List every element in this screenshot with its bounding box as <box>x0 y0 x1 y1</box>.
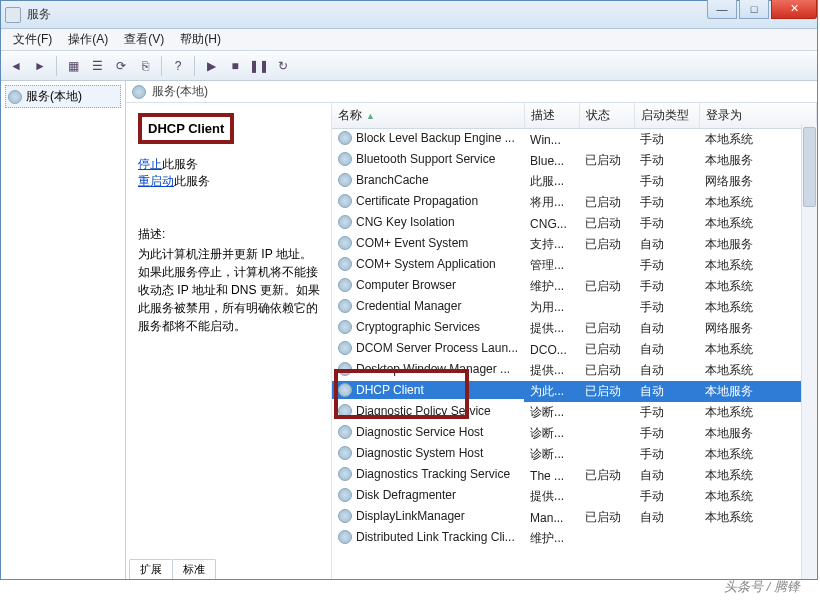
menu-action[interactable]: 操作(A) <box>60 29 116 50</box>
service-status: 已启动 <box>579 234 634 255</box>
stop-button[interactable]: ■ <box>224 55 246 77</box>
split-view: DHCP Client 停止此服务 重启动此服务 描述: 为此计算机注册并更新 … <box>126 103 817 579</box>
service-desc: 提供... <box>524 318 579 339</box>
col-logon[interactable]: 登录为 <box>699 103 816 129</box>
gear-icon <box>338 299 352 313</box>
col-status[interactable]: 状态 <box>579 103 634 129</box>
menu-file[interactable]: 文件(F) <box>5 29 60 50</box>
tab-standard[interactable]: 标准 <box>172 559 216 579</box>
service-name: BranchCache <box>356 173 429 187</box>
properties-button[interactable]: ☰ <box>86 55 108 77</box>
right-pane-title: 服务(本地) <box>152 83 208 100</box>
service-status <box>579 297 634 318</box>
table-row[interactable]: BranchCache此服...手动网络服务 <box>332 171 817 192</box>
table-row[interactable]: DCOM Server Process Laun...DCO...已启动自动本地… <box>332 339 817 360</box>
menu-view[interactable]: 查看(V) <box>116 29 172 50</box>
service-name: Computer Browser <box>356 278 456 292</box>
table-row[interactable]: Disk Defragmenter提供...手动本地系统 <box>332 486 817 507</box>
service-desc: 将用... <box>524 192 579 213</box>
start-button[interactable]: ▶ <box>200 55 222 77</box>
service-startup: 手动 <box>634 444 699 465</box>
col-desc[interactable]: 描述 <box>524 103 579 129</box>
help-button[interactable]: ? <box>167 55 189 77</box>
service-startup: 手动 <box>634 213 699 234</box>
table-row[interactable]: Credential Manager为用...手动本地系统 <box>332 297 817 318</box>
table-row[interactable]: Cryptographic Services提供...已启动自动网络服务 <box>332 318 817 339</box>
service-startup: 自动 <box>634 234 699 255</box>
services-window: 服务 — □ ✕ 文件(F) 操作(A) 查看(V) 帮助(H) ◄ ► ▦ ☰… <box>0 0 818 580</box>
export-button[interactable]: ⎘ <box>134 55 156 77</box>
gear-icon <box>338 278 352 292</box>
service-status <box>579 528 634 549</box>
table-row[interactable]: DHCP Client为此...已启动自动本地服务 <box>332 381 817 402</box>
separator <box>161 56 162 76</box>
table-row[interactable]: Diagnostic Service Host诊断...手动本地服务 <box>332 423 817 444</box>
service-desc: 诊断... <box>524 423 579 444</box>
scrollbar[interactable] <box>801 125 817 579</box>
table-row[interactable]: Certificate Propagation将用...已启动手动本地系统 <box>332 192 817 213</box>
service-actions: 停止此服务 重启动此服务 <box>138 156 323 190</box>
pause-button[interactable]: ❚❚ <box>248 55 270 77</box>
show-hide-tree-button[interactable]: ▦ <box>62 55 84 77</box>
right-pane-header: 服务(本地) <box>126 81 817 103</box>
table-row[interactable]: CNG Key IsolationCNG...已启动手动本地系统 <box>332 213 817 234</box>
toolbar: ◄ ► ▦ ☰ ⟳ ⎘ ? ▶ ■ ❚❚ ↻ <box>1 51 817 81</box>
table-row[interactable]: COM+ System Application管理...手动本地系统 <box>332 255 817 276</box>
service-name: DCOM Server Process Laun... <box>356 341 518 355</box>
description-text: 为此计算机注册并更新 IP 地址。如果此服务停止，计算机将不能接收动态 IP 地… <box>138 245 323 335</box>
maximize-button[interactable]: □ <box>739 0 769 19</box>
table-row[interactable]: Desktop Window Manager ...提供...已启动自动本地系统 <box>332 360 817 381</box>
services-table-wrap[interactable]: 名称▲ 描述 状态 启动类型 登录为 Block Level Backup En… <box>331 103 817 579</box>
services-table: 名称▲ 描述 状态 启动类型 登录为 Block Level Backup En… <box>332 103 817 549</box>
table-row[interactable]: Block Level Backup Engine ...Win...手动本地系… <box>332 129 817 151</box>
service-logon: 本地服务 <box>699 381 816 402</box>
table-row[interactable]: Bluetooth Support ServiceBlue...已启动手动本地服… <box>332 150 817 171</box>
restart-button[interactable]: ↻ <box>272 55 294 77</box>
minimize-button[interactable]: — <box>707 0 737 19</box>
gear-icon <box>338 425 352 439</box>
table-row[interactable]: Diagnostic Policy Service诊断...手动本地系统 <box>332 402 817 423</box>
titlebar[interactable]: 服务 — □ ✕ <box>1 1 817 29</box>
window-title: 服务 <box>27 6 51 23</box>
table-row[interactable]: Diagnostics Tracking ServiceThe ...已启动自动… <box>332 465 817 486</box>
service-startup: 手动 <box>634 171 699 192</box>
menu-help[interactable]: 帮助(H) <box>172 29 229 50</box>
table-row[interactable]: Distributed Link Tracking Cli...维护... <box>332 528 817 549</box>
restart-link[interactable]: 重启动 <box>138 174 174 188</box>
col-startup[interactable]: 启动类型 <box>634 103 699 129</box>
service-logon: 本地系统 <box>699 192 816 213</box>
service-name: Diagnostic Policy Service <box>356 404 491 418</box>
stop-link[interactable]: 停止 <box>138 157 162 171</box>
service-logon <box>699 528 816 549</box>
service-startup: 手动 <box>634 402 699 423</box>
menubar: 文件(F) 操作(A) 查看(V) 帮助(H) <box>1 29 817 51</box>
scrollbar-thumb[interactable] <box>803 127 816 207</box>
service-name: COM+ System Application <box>356 257 496 271</box>
table-row[interactable]: DisplayLinkManagerMan...已启动自动本地系统 <box>332 507 817 528</box>
back-button[interactable]: ◄ <box>5 55 27 77</box>
tab-extended[interactable]: 扩展 <box>129 559 173 579</box>
service-name: Credential Manager <box>356 299 461 313</box>
table-row[interactable]: COM+ Event System支持...已启动自动本地服务 <box>332 234 817 255</box>
service-startup: 手动 <box>634 276 699 297</box>
close-button[interactable]: ✕ <box>771 0 817 19</box>
service-name: Disk Defragmenter <box>356 488 456 502</box>
sort-indicator-icon: ▲ <box>366 111 375 121</box>
tree-root-services[interactable]: 服务(本地) <box>5 85 121 108</box>
refresh-button[interactable]: ⟳ <box>110 55 132 77</box>
service-name: Certificate Propagation <box>356 194 478 208</box>
gear-icon <box>338 173 352 187</box>
service-startup: 手动 <box>634 192 699 213</box>
service-desc: 为用... <box>524 297 579 318</box>
service-logon: 本地系统 <box>699 486 816 507</box>
table-row[interactable]: Diagnostic System Host诊断...手动本地系统 <box>332 444 817 465</box>
service-logon: 本地系统 <box>699 465 816 486</box>
service-status: 已启动 <box>579 150 634 171</box>
forward-button[interactable]: ► <box>29 55 51 77</box>
service-desc: CNG... <box>524 213 579 234</box>
separator <box>194 56 195 76</box>
col-name[interactable]: 名称▲ <box>332 103 524 129</box>
service-status <box>579 423 634 444</box>
gear-icon <box>338 131 352 145</box>
table-row[interactable]: Computer Browser维护...已启动手动本地系统 <box>332 276 817 297</box>
